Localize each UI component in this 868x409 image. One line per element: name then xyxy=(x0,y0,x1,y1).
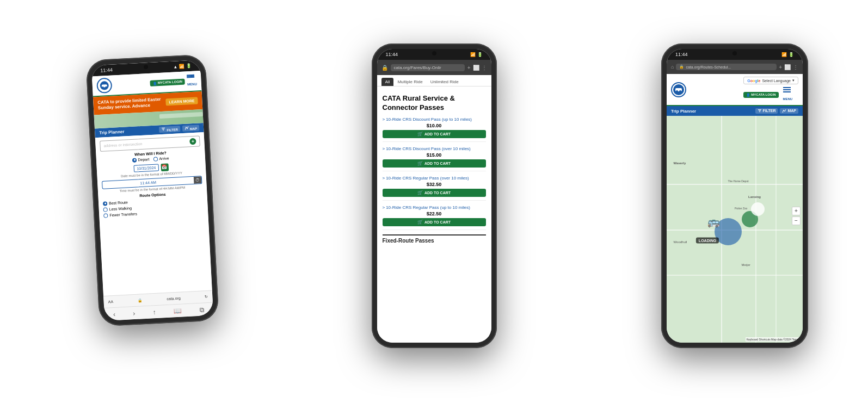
menu-btn-left[interactable]: MENU xyxy=(187,74,197,88)
pass-name-4[interactable]: 10-Ride CRS Regular Pass (up to 10 miles… xyxy=(383,205,486,210)
scene: CAA 11:44 ▲📶🔋 xyxy=(0,0,868,409)
share-center-icon[interactable]: ⬜ xyxy=(473,65,479,71)
add-to-cart-btn-2[interactable]: 🛒 ADD TO CART xyxy=(383,159,486,168)
cata-logo-left xyxy=(96,78,112,94)
svg-rect-13 xyxy=(759,111,760,112)
pass-name-1[interactable]: 10-Ride CRS Discount Pass (up to 10 mile… xyxy=(383,117,486,122)
trip-planner-title-right: Trip Planner xyxy=(671,109,696,114)
tabs-btn-left[interactable]: ⧉ xyxy=(199,306,205,313)
url-center[interactable]: cata.org/Fares/Buy-Onlir xyxy=(391,64,465,71)
learn-more-btn[interactable]: LEARN MORE xyxy=(165,97,198,106)
best-route-radio[interactable] xyxy=(103,201,107,206)
cart-icon-1: 🛒 xyxy=(417,132,423,137)
trip-planner-body: address or intersection + When Will I Ri… xyxy=(95,132,212,296)
map-icon-tp[interactable]: MAP xyxy=(182,125,200,132)
time-right: 11:44 xyxy=(675,52,688,57)
plus-tab-icon[interactable]: + xyxy=(467,65,471,71)
tab-unlimited-ride[interactable]: Unlimited Ride xyxy=(427,78,463,86)
arrive-option[interactable]: Arrive xyxy=(153,156,169,161)
browser-icons-center: + ⬜ ⋮ xyxy=(467,65,487,71)
add-to-cart-btn-3[interactable]: 🛒 ADD TO CART xyxy=(383,189,486,197)
share-right-icon[interactable]: ⬜ xyxy=(784,64,791,70)
pass-price-2: $15.00 xyxy=(383,152,486,158)
time-left: 11:44 xyxy=(100,67,113,73)
address-input[interactable]: address or intersection + xyxy=(100,135,200,152)
tab-multiple-ride[interactable]: Multiple Ride xyxy=(393,78,426,86)
map-label-home: The Home Depot xyxy=(728,179,749,183)
calendar-icon[interactable]: 📅 xyxy=(161,163,169,171)
domain-left: cata.org xyxy=(167,296,181,301)
zoom-in-btn[interactable]: + xyxy=(792,207,801,215)
time-center: 11:44 xyxy=(386,52,398,57)
map-btn-right[interactable]: MAP xyxy=(780,108,798,114)
map-label-potter: Potter Zoo xyxy=(735,207,747,210)
map-controls-right: + − xyxy=(792,207,801,225)
pass-item-4: 10-Ride CRS Regular Pass (up to 10 miles… xyxy=(383,205,486,230)
pass-name-3[interactable]: 10-Ride CRS Regular Pass (over 10 miles) xyxy=(383,176,486,181)
bookmarks-btn-left[interactable]: 📖 xyxy=(174,307,182,315)
svg-rect-4 xyxy=(162,127,165,128)
add-location-icon[interactable]: + xyxy=(189,138,196,145)
zoom-out-btn[interactable]: − xyxy=(792,216,801,225)
menu-btn-right[interactable]: MENU xyxy=(783,87,793,102)
pass-price-1: $10.00 xyxy=(383,123,486,128)
svg-point-9 xyxy=(676,90,678,92)
add-to-cart-btn-4[interactable]: 🛒 ADD TO CART xyxy=(383,218,486,226)
reload-btn-left[interactable]: ↻ xyxy=(205,294,208,299)
header-tools-right: Google Select Language ▾ 👤 MYCATA LOGIN xyxy=(743,77,798,102)
depart-option[interactable]: Depart xyxy=(132,157,149,163)
cart-icon-3: 🛒 xyxy=(417,190,423,195)
back-btn-left[interactable]: ‹ xyxy=(113,310,116,318)
browser-bar-right: ⌂ 🔒 cata.org/Routes-Schedul... + ⬜ ⋮ xyxy=(667,60,803,74)
filter-btn-right[interactable]: FILTER xyxy=(755,108,778,114)
mycata-login-btn-right[interactable]: 👤 MYCATA LOGIN xyxy=(743,92,778,98)
map-label-1: Waverly xyxy=(674,162,686,165)
banner-text: CATA to provide limited Easter Sunday se… xyxy=(97,97,166,111)
road-v3 xyxy=(775,116,777,343)
svg-point-10 xyxy=(679,90,681,92)
map-label-2: Woodhull xyxy=(674,240,687,244)
svg-rect-6 xyxy=(163,130,164,131)
cata-logo-right xyxy=(671,82,686,97)
add-to-cart-btn-1[interactable]: 🛒 ADD TO CART xyxy=(383,130,486,138)
fares-content: CATA Rural Service & Connector Passes 10… xyxy=(377,91,491,343)
forward-btn-left[interactable]: › xyxy=(133,309,136,317)
filter-icon[interactable]: FILTER xyxy=(159,126,180,133)
more-icon[interactable]: ⋮ xyxy=(482,65,487,71)
select-language-btn[interactable]: Google Select Language ▾ xyxy=(743,77,798,84)
lock-icon-left: 🔒 xyxy=(137,298,142,302)
phone-left: 11:44 ▲📶🔋 xyxy=(85,54,219,327)
lock-icon-right: 🔒 xyxy=(679,65,684,69)
header-right-left: 👤 MYCATA LOGIN MENU xyxy=(150,74,197,89)
road-h3 xyxy=(667,275,803,276)
share-btn-left[interactable]: ↑ xyxy=(152,308,156,315)
fares-tabs: All Multiple Ride Unlimited Ride xyxy=(377,75,491,86)
fixed-route-footer: Fixed-Route Passes xyxy=(383,234,486,244)
map-area-right: 🚌 LOADING + − Keyboard Shortcuts Map dat… xyxy=(667,116,803,343)
pass-item-3: 10-Ride CRS Regular Pass (over 10 miles)… xyxy=(383,176,486,201)
mycata-login-btn-left[interactable]: 👤 MYCATA LOGIN xyxy=(150,78,186,86)
pass-name-2[interactable]: 10-Ride CRS Discount Pass (over 10 miles… xyxy=(383,146,486,151)
url-right[interactable]: 🔒 cata.org/Routes-Schedul... xyxy=(676,64,777,70)
phone-right: 11:44 📶🔋 ⌂ 🔒 cata.org/Routes-Schedul... … xyxy=(661,44,808,348)
arrive-radio[interactable] xyxy=(153,157,158,161)
clock-icon[interactable]: ⏱ xyxy=(194,176,202,184)
tab-all[interactable]: All xyxy=(381,78,394,86)
pass-price-3: $32.50 xyxy=(383,182,486,187)
more-right-icon[interactable]: ⋮ xyxy=(793,64,798,70)
road-h1 xyxy=(667,184,803,185)
bus-icon-map: 🚌 xyxy=(707,216,719,228)
header-row2-right: 👤 MYCATA LOGIN MENU xyxy=(743,87,798,102)
map-attribution: Keyboard Shortcuts Map data ©2024 Terms xyxy=(746,337,801,342)
depart-radio[interactable] xyxy=(132,158,137,162)
less-walking-radio[interactable] xyxy=(103,207,108,212)
fewer-transfers-radio[interactable] xyxy=(103,213,108,218)
cata-header-right: Google Select Language ▾ 👤 MYCATA LOGIN xyxy=(667,74,803,106)
map-label-lansing: Lansing xyxy=(748,195,761,199)
date-input[interactable]: 10/31/2024 xyxy=(134,164,159,172)
svg-rect-12 xyxy=(759,110,761,111)
map-label-3: Meijer xyxy=(742,263,750,267)
cart-icon-4: 🛒 xyxy=(417,220,423,225)
plus-tab-right[interactable]: + xyxy=(779,64,782,70)
pass-price-4: $22.50 xyxy=(383,211,486,216)
